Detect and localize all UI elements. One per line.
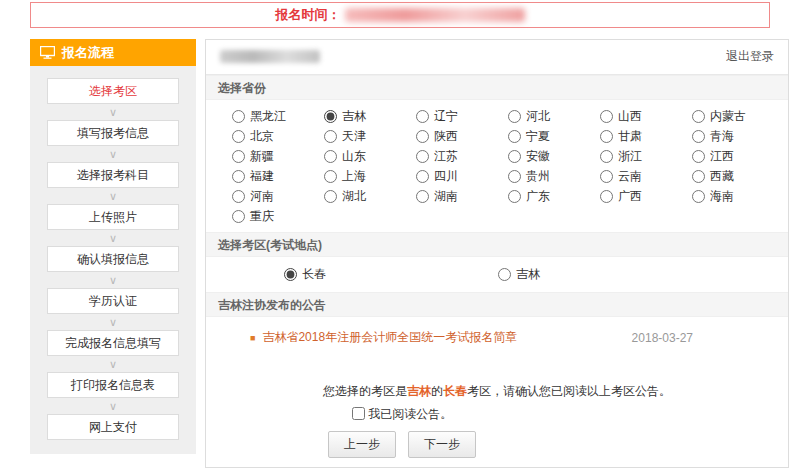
province-option[interactable]: 辽宁: [416, 107, 508, 126]
province-option[interactable]: 内蒙古: [692, 107, 784, 126]
province-option[interactable]: 海南: [692, 187, 784, 206]
province-option[interactable]: 新疆: [232, 147, 324, 166]
province-option[interactable]: 北京: [232, 127, 324, 146]
province-option[interactable]: 江西: [692, 147, 784, 166]
province-option-label: 西藏: [710, 168, 734, 185]
province-option-radio[interactable]: [692, 110, 705, 123]
province-option-radio[interactable]: [600, 170, 613, 183]
province-option-label: 海南: [710, 188, 734, 205]
province-option-label: 陕西: [434, 128, 458, 145]
province-option-radio[interactable]: [232, 130, 245, 143]
province-option[interactable]: 云南: [600, 167, 692, 186]
province-option-radio[interactable]: [324, 170, 337, 183]
province-option-radio[interactable]: [232, 110, 245, 123]
province-option-radio[interactable]: [508, 110, 521, 123]
exam-area-option-label: 长春: [302, 266, 326, 283]
province-option-radio[interactable]: [692, 130, 705, 143]
province-option-label: 四川: [434, 168, 458, 185]
exam-area-option[interactable]: 吉林: [498, 265, 540, 284]
province-option[interactable]: 河北: [508, 107, 600, 126]
province-grid: 黑龙江吉林辽宁河北山西内蒙古北京天津陕西宁夏甘肃青海新疆山东江苏安徽浙江江西福建…: [206, 100, 788, 232]
sidebar-step-5[interactable]: 确认填报信息: [47, 246, 179, 272]
province-option[interactable]: 甘肃: [600, 127, 692, 146]
province-option-label: 云南: [618, 168, 642, 185]
province-option-label: 江西: [710, 148, 734, 165]
next-button[interactable]: 下一步: [408, 431, 476, 458]
province-option[interactable]: 重庆: [232, 207, 324, 226]
username-redacted-blur: [220, 50, 320, 63]
exam-area-options: 长春吉林: [206, 257, 788, 292]
province-option[interactable]: 陕西: [416, 127, 508, 146]
exam-area-option-radio[interactable]: [498, 268, 511, 281]
province-option[interactable]: 广东: [508, 187, 600, 206]
province-option-radio[interactable]: [692, 150, 705, 163]
confirm-text-part2: 的: [431, 384, 443, 398]
province-option[interactable]: 河南: [232, 187, 324, 206]
logout-link[interactable]: 退出登录: [726, 48, 774, 65]
province-option-radio[interactable]: [232, 170, 245, 183]
prev-button[interactable]: 上一步: [328, 431, 396, 458]
province-option-radio[interactable]: [324, 150, 337, 163]
registration-time-banner: 报名时间：: [30, 2, 770, 28]
province-option-radio[interactable]: [416, 170, 429, 183]
exam-area-option[interactable]: 长春: [284, 265, 326, 284]
sidebar-step-4[interactable]: 上传照片: [47, 204, 179, 230]
sidebar-step-2[interactable]: 填写报考信息: [47, 120, 179, 146]
confirm-province-highlight: 吉林: [407, 384, 431, 398]
province-option-radio[interactable]: [508, 190, 521, 203]
read-notice-checkbox-label[interactable]: 我已阅读公告。: [352, 407, 452, 421]
notice-link[interactable]: 吉林省2018年注册会计师全国统一考试报名简章: [262, 329, 631, 346]
province-option[interactable]: 青海: [692, 127, 784, 146]
province-option-radio[interactable]: [600, 110, 613, 123]
province-option[interactable]: 浙江: [600, 147, 692, 166]
province-option-radio[interactable]: [416, 130, 429, 143]
province-option[interactable]: 山西: [600, 107, 692, 126]
province-option-label: 安徽: [526, 148, 550, 165]
province-option[interactable]: 广西: [600, 187, 692, 206]
province-option[interactable]: 黑龙江: [232, 107, 324, 126]
province-option-radio[interactable]: [508, 130, 521, 143]
province-option-radio[interactable]: [232, 190, 245, 203]
province-option-radio[interactable]: [600, 150, 613, 163]
exam-area-option-radio[interactable]: [284, 268, 297, 281]
sidebar-step-6[interactable]: 学历认证: [47, 288, 179, 314]
province-option-radio[interactable]: [324, 130, 337, 143]
province-option[interactable]: 天津: [324, 127, 416, 146]
monitor-icon: [40, 46, 55, 59]
province-option[interactable]: 福建: [232, 167, 324, 186]
province-option[interactable]: 山东: [324, 147, 416, 166]
step-arrow-icon: ∨: [30, 356, 196, 372]
province-option-radio[interactable]: [508, 170, 521, 183]
sidebar-step-7[interactable]: 完成报名信息填写: [47, 330, 179, 356]
province-option-radio[interactable]: [324, 190, 337, 203]
province-option-radio[interactable]: [232, 150, 245, 163]
province-option[interactable]: 上海: [324, 167, 416, 186]
province-option[interactable]: 四川: [416, 167, 508, 186]
province-option[interactable]: 贵州: [508, 167, 600, 186]
read-notice-checkbox[interactable]: [352, 407, 365, 420]
province-option-radio[interactable]: [692, 170, 705, 183]
province-option[interactable]: 宁夏: [508, 127, 600, 146]
sidebar-step-9[interactable]: 网上支付: [47, 414, 179, 440]
province-option-radio[interactable]: [232, 210, 245, 223]
step-arrow-icon: ∨: [30, 230, 196, 246]
sidebar-step-1[interactable]: 选择考区: [47, 78, 179, 104]
province-option-radio[interactable]: [508, 150, 521, 163]
province-option-label: 福建: [250, 168, 274, 185]
confirm-examarea-highlight: 长春: [443, 384, 467, 398]
province-option-radio[interactable]: [416, 190, 429, 203]
province-option[interactable]: 江苏: [416, 147, 508, 166]
province-option-radio[interactable]: [416, 110, 429, 123]
province-option[interactable]: 湖北: [324, 187, 416, 206]
province-option-radio[interactable]: [692, 190, 705, 203]
province-option[interactable]: 湖南: [416, 187, 508, 206]
province-option-radio[interactable]: [600, 190, 613, 203]
sidebar-step-8[interactable]: 打印报名信息表: [47, 372, 179, 398]
province-option[interactable]: 西藏: [692, 167, 784, 186]
province-option-radio[interactable]: [416, 150, 429, 163]
province-option[interactable]: 安徽: [508, 147, 600, 166]
province-option-radio[interactable]: [324, 110, 337, 123]
province-option[interactable]: 吉林: [324, 107, 416, 126]
province-option-radio[interactable]: [600, 130, 613, 143]
sidebar-step-3[interactable]: 选择报考科目: [47, 162, 179, 188]
